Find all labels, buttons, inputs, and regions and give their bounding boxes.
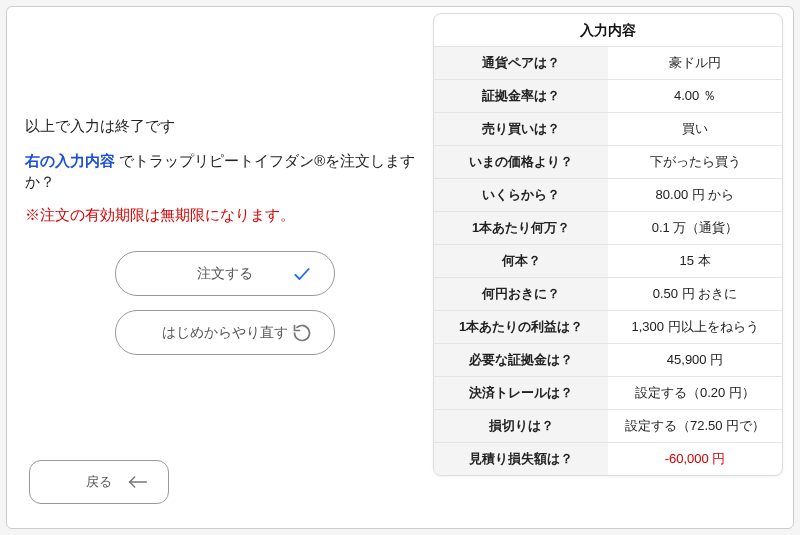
table-row: いくらから？80.00 円 から <box>434 179 782 212</box>
summary-table: 通貨ペアは？豪ドル円証拠金率は？4.00 ％売り買いは？買いいまの価格より？下が… <box>434 46 782 475</box>
row-value: 45,900 円 <box>608 344 782 377</box>
table-row: 何円おきに？0.50 円 おきに <box>434 278 782 311</box>
row-value: 80.00 円 から <box>608 179 782 212</box>
table-row: 見積り損失額は？-60,000 円 <box>434 443 782 476</box>
check-icon <box>292 264 312 284</box>
table-row: 必要な証拠金は？45,900 円 <box>434 344 782 377</box>
summary-title: 入力内容 <box>434 14 782 46</box>
table-row: 通貨ペアは？豪ドル円 <box>434 47 782 80</box>
confirm-text: 右の入力内容 でトラップリピートイフダン®を注文しますか？ <box>25 150 425 192</box>
summary-card: 入力内容 通貨ペアは？豪ドル円証拠金率は？4.00 ％売り買いは？買いいまの価格… <box>433 13 783 476</box>
row-value: 豪ドル円 <box>608 47 782 80</box>
table-row: 決済トレールは？設定する（0.20 円） <box>434 377 782 410</box>
row-label: 決済トレールは？ <box>434 377 608 410</box>
row-label: 通貨ペアは？ <box>434 47 608 80</box>
row-value: 下がったら買う <box>608 146 782 179</box>
row-label: 損切りは？ <box>434 410 608 443</box>
row-label: 見積り損失額は？ <box>434 443 608 476</box>
row-label: いくらから？ <box>434 179 608 212</box>
row-value: 設定する（72.50 円で） <box>608 410 782 443</box>
row-label: 必要な証拠金は？ <box>434 344 608 377</box>
row-label: いまの価格より？ <box>434 146 608 179</box>
row-value: 0.1 万（通貨） <box>608 212 782 245</box>
row-label: 何本？ <box>434 245 608 278</box>
table-row: 1本あたりの利益は？1,300 円以上をねらう <box>434 311 782 344</box>
table-row: 証拠金率は？4.00 ％ <box>434 80 782 113</box>
row-value: 4.00 ％ <box>608 80 782 113</box>
row-value: 0.50 円 おきに <box>608 278 782 311</box>
row-value: 15 本 <box>608 245 782 278</box>
order-confirm-panel: 以上で入力は終了です 右の入力内容 でトラップリピートイフダン®を注文しますか？… <box>6 6 794 529</box>
arrow-left-icon <box>128 475 148 489</box>
table-row: 何本？15 本 <box>434 245 782 278</box>
action-buttons: 注文する はじめからやり直す <box>25 251 425 355</box>
submit-order-button[interactable]: 注文する <box>115 251 335 296</box>
row-value: 買い <box>608 113 782 146</box>
row-label: 何円おきに？ <box>434 278 608 311</box>
restart-button[interactable]: はじめからやり直す <box>115 310 335 355</box>
table-row: 損切りは？設定する（72.50 円で） <box>434 410 782 443</box>
row-label: 証拠金率は？ <box>434 80 608 113</box>
expiry-warning: ※注文の有効期限は無期限になります。 <box>25 206 425 225</box>
back-label: 戻る <box>86 473 112 491</box>
row-label: 売り買いは？ <box>434 113 608 146</box>
finish-text: 以上で入力は終了です <box>25 117 425 136</box>
submit-order-label: 注文する <box>197 265 253 283</box>
row-value: 1,300 円以上をねらう <box>608 311 782 344</box>
table-row: 1本あたり何万？0.1 万（通貨） <box>434 212 782 245</box>
confirm-highlight: 右の入力内容 <box>25 152 115 169</box>
row-value: -60,000 円 <box>608 443 782 476</box>
back-button[interactable]: 戻る <box>29 460 169 504</box>
left-content: 以上で入力は終了です 右の入力内容 でトラップリピートイフダン®を注文しますか？… <box>25 117 425 355</box>
row-label: 1本あたり何万？ <box>434 212 608 245</box>
table-row: 売り買いは？買い <box>434 113 782 146</box>
row-label: 1本あたりの利益は？ <box>434 311 608 344</box>
table-row: いまの価格より？下がったら買う <box>434 146 782 179</box>
restart-label: はじめからやり直す <box>162 324 288 342</box>
refresh-icon <box>292 323 312 343</box>
row-value: 設定する（0.20 円） <box>608 377 782 410</box>
